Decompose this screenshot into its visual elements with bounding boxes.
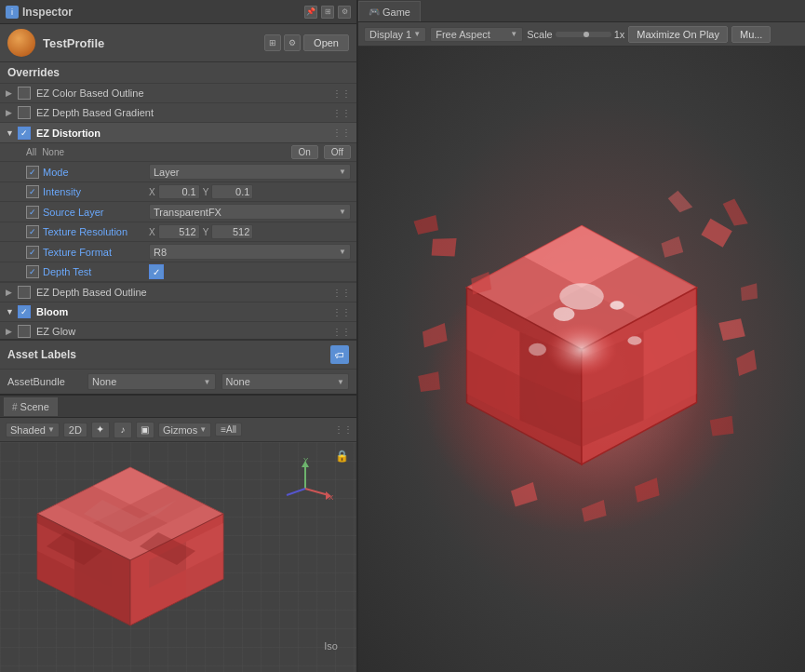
item-checkbox[interactable] xyxy=(18,286,31,299)
y-axis-label: Y xyxy=(203,187,209,197)
list-item[interactable]: ▶ EZ Color Based Outline ⋮⋮ xyxy=(0,84,356,103)
distortion-checkbox[interactable]: ✓ xyxy=(18,127,31,140)
svg-marker-49 xyxy=(427,231,461,263)
intensity-y-input[interactable]: 0.1 xyxy=(211,184,253,199)
intensity-checkbox[interactable]: ✓ xyxy=(26,185,39,198)
texture-format-label: Texture Format xyxy=(43,247,145,258)
arrow-down-icon: ▼ xyxy=(6,128,15,138)
prop-row-source-layer: ✓ Source Layer TransparentFX ▼ xyxy=(0,202,356,222)
intensity-x-input[interactable]: 0.1 xyxy=(158,184,200,199)
ez-distortion-section: ▼ ✓ EZ Distortion ⋮⋮ All None On Off xyxy=(0,123,356,283)
distortion-menu-icon: ⋮⋮ xyxy=(332,128,351,138)
source-layer-dropdown[interactable]: TransparentFX ▼ xyxy=(149,204,351,220)
mute-button[interactable]: Mu... xyxy=(731,26,771,43)
item-checkbox[interactable] xyxy=(18,87,31,100)
game-toolbar: Display 1 ▼ Free Aspect ▼ Scale 1x Maxim… xyxy=(358,22,805,47)
image-icon[interactable]: ▣ xyxy=(136,422,154,438)
none-label: None xyxy=(42,147,64,157)
svg-point-44 xyxy=(627,336,641,345)
scale-value: 1x xyxy=(614,29,625,40)
aspect-arrow-icon: ▼ xyxy=(510,30,517,38)
asset-labels-header: Asset Labels 🏷 xyxy=(0,341,356,370)
depth-test-value[interactable]: ✓ xyxy=(149,264,164,279)
gizmos-arrow-icon: ▼ xyxy=(199,425,207,434)
display-arrow-icon: ▼ xyxy=(413,30,421,38)
shading-dropdown[interactable]: Shaded ▼ xyxy=(6,423,60,437)
audio-icon[interactable]: ♪ xyxy=(114,422,132,438)
scene-cube xyxy=(19,449,242,644)
texture-format-dropdown[interactable]: R8 ▼ xyxy=(149,244,351,260)
item-checkbox[interactable] xyxy=(18,106,31,119)
mode-label: Mode xyxy=(43,167,145,178)
profile-icon-btn2[interactable]: ⚙ xyxy=(284,34,301,51)
lock-icon[interactable]: 🔒 xyxy=(335,450,349,463)
tag-icon[interactable]: 🏷 xyxy=(330,345,349,364)
item-menu-icon: ⋮⋮ xyxy=(332,288,351,298)
item-label: EZ Depth Based Outline xyxy=(36,287,329,298)
game-tab[interactable]: 🎮 Game xyxy=(358,1,421,21)
item-label: EZ Glow xyxy=(36,326,329,337)
on-button[interactable]: On xyxy=(291,145,318,159)
settings-scene-icon[interactable]: ⋮⋮ xyxy=(336,423,351,437)
profile-icon-btn1[interactable]: ⊞ xyxy=(264,34,281,51)
display-dropdown[interactable]: Display 1 ▼ xyxy=(364,27,426,42)
asset-labels-section: Asset Labels 🏷 AssetBundle None ▼ None ▼ xyxy=(0,339,356,394)
source-layer-value: TransparentFX xyxy=(154,207,221,218)
layout-icon[interactable]: ⊞ xyxy=(321,6,334,19)
mode-checkbox[interactable]: ✓ xyxy=(26,166,39,179)
2d-button[interactable]: 2D xyxy=(63,423,87,437)
mode-dropdown[interactable]: Layer ▼ xyxy=(149,164,351,180)
item-checkbox[interactable] xyxy=(18,325,31,338)
intensity-value: X 0.1 Y 0.1 xyxy=(149,184,351,199)
aspect-dropdown[interactable]: Free Aspect ▼ xyxy=(430,27,523,42)
profile-name: TestProfile xyxy=(43,36,257,50)
properties-list: Overrides ▶ EZ Color Based Outline ⋮⋮ ▶ … xyxy=(0,62,356,339)
crystal-visualization xyxy=(405,172,758,546)
depth-test-checkbox-toggle[interactable]: ✓ xyxy=(26,265,39,278)
texres-x-input[interactable]: 512 xyxy=(158,224,200,239)
sun-icon[interactable]: ✦ xyxy=(91,422,110,438)
bloom-checkbox[interactable]: ✓ xyxy=(18,305,31,318)
gizmos-dropdown[interactable]: Gizmos ▼ xyxy=(158,423,211,437)
svg-point-40 xyxy=(559,283,604,310)
texture-res-checkbox[interactable]: ✓ xyxy=(26,225,39,238)
off-button[interactable]: Off xyxy=(324,145,351,159)
svg-text:X: X xyxy=(329,493,334,502)
game-icon: 🎮 xyxy=(369,7,380,17)
dropdown-arrow-icon: ▼ xyxy=(339,168,346,176)
list-item[interactable]: ▶ EZ Depth Based Gradient ⋮⋮ xyxy=(0,103,356,123)
maximize-on-play-button[interactable]: Maximize On Play xyxy=(628,26,728,43)
profile-avatar xyxy=(7,29,35,57)
pin-icon[interactable]: 📌 xyxy=(304,6,317,19)
texture-format-checkbox[interactable]: ✓ xyxy=(26,246,39,259)
depth-test-label: Depth Test xyxy=(43,266,145,277)
open-button[interactable]: Open xyxy=(303,34,349,51)
all-toggle[interactable]: ≡All xyxy=(215,423,242,437)
shading-arrow-icon: ▼ xyxy=(47,425,55,434)
asset-bundle-row: AssetBundle None ▼ None ▼ xyxy=(0,370,356,394)
prop-row-texture-format: ✓ Texture Format R8 ▼ xyxy=(0,242,356,262)
svg-marker-48 xyxy=(667,189,693,213)
item-menu-icon: ⋮⋮ xyxy=(332,108,351,118)
texture-format-value: R8 xyxy=(154,247,167,258)
distortion-header[interactable]: ▼ ✓ EZ Distortion ⋮⋮ xyxy=(0,123,356,143)
asset-bundle-dropdown1[interactable]: None ▼ xyxy=(87,373,216,390)
list-item-bloom[interactable]: ▼ ✓ Bloom ⋮⋮ xyxy=(0,302,356,322)
bundle2-arrow-icon: ▼ xyxy=(337,378,344,386)
list-item[interactable]: ▶ EZ Glow ⋮⋮ xyxy=(0,322,356,339)
tex-format-arrow-icon: ▼ xyxy=(339,248,346,256)
svg-marker-52 xyxy=(736,350,757,377)
source-layer-label: Source Layer xyxy=(43,207,145,218)
settings-icon[interactable]: ⚙ xyxy=(338,6,351,19)
asset-bundle-dropdown2[interactable]: None ▼ xyxy=(221,373,350,390)
source-layer-checkbox[interactable]: ✓ xyxy=(26,206,39,219)
scene-viewport: Y X Iso 🔒 xyxy=(0,442,356,672)
texres-y-input[interactable]: 512 xyxy=(211,224,253,239)
asset-bundle-label: AssetBundle xyxy=(7,376,82,387)
scale-slider[interactable] xyxy=(556,32,611,37)
scene-subpanel: # Scene Shaded ▼ 2D ✦ ♪ ▣ Gizmos xyxy=(0,394,356,672)
list-item[interactable]: ▶ EZ Depth Based Outline ⋮⋮ xyxy=(0,283,356,302)
scene-tab[interactable]: # Scene xyxy=(4,397,58,416)
prop-row-intensity: ✓ Intensity X 0.1 Y 0.1 xyxy=(0,182,356,202)
scene-toolbar: Shaded ▼ 2D ✦ ♪ ▣ Gizmos ▼ ≡All ⋮⋮ xyxy=(0,418,356,442)
